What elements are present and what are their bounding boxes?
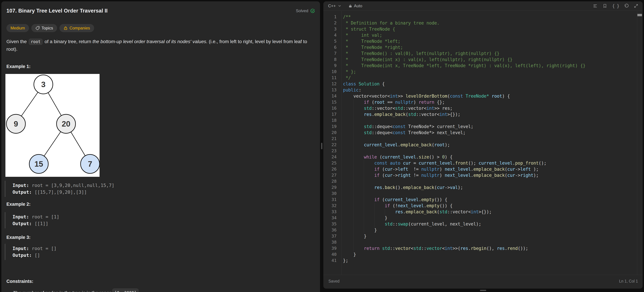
constraint-text: The number of nodes in the tree is in th… <box>13 289 112 292</box>
example-2-io-block: Input: root = [1]Output: [[1]] <box>5 212 59 228</box>
topics-button[interactable]: Topics <box>31 24 57 32</box>
input-label: Input: <box>12 183 29 188</box>
output-label: Output: <box>12 190 32 195</box>
constraint-range-chip: [0, 2000] <box>112 289 138 292</box>
editor-statusbar: Saved Ln 1, Col 1 <box>323 275 643 289</box>
output-value: [] <box>32 253 40 258</box>
editor-header: C++ Auto <box>323 1 643 11</box>
page-title: 107. Binary Tree Level Order Traversal I… <box>6 8 108 14</box>
input-label: Input: <box>12 214 29 219</box>
tag-icon <box>36 26 40 30</box>
input-value: root = [3,9,20,null,null,15,7] <box>29 183 114 188</box>
lock-icon <box>64 26 68 30</box>
constraints-heading: Constraints: <box>6 279 33 284</box>
page: 107. Binary Tree Level Order Traversal I… <box>0 0 644 292</box>
svg-text:9: 9 <box>14 119 18 128</box>
output-label: Output: <box>12 253 32 258</box>
difficulty-badge[interactable]: Medium <box>6 24 29 32</box>
bookmark-button[interactable] <box>603 4 607 8</box>
example-1-io-block: Input: root = [3,9,20,null,null,15,7]Out… <box>5 181 114 197</box>
companies-label: Companies <box>70 26 90 30</box>
language-selector[interactable]: C++ <box>328 3 342 8</box>
desc-text: of a binary tree, return <box>43 39 92 44</box>
problem-description: Given the root of a binary tree, return … <box>6 38 313 53</box>
align-left-icon <box>593 3 598 8</box>
problem-header: 107. Binary Tree Level Order Traversal I… <box>6 8 315 14</box>
svg-text:15: 15 <box>34 160 43 168</box>
input-label: Input: <box>12 246 29 251</box>
svg-text:20: 20 <box>62 119 70 128</box>
constraint-item: • The number of nodes in the tree is in … <box>8 289 139 292</box>
panel-resize-handle[interactable] <box>321 143 322 149</box>
cursor-position: Ln 1, Col 1 <box>619 279 638 284</box>
gutter-separator <box>342 11 342 275</box>
braces-icon: { } <box>612 3 619 8</box>
save-status: Saved <box>328 279 340 284</box>
problem-panel: 107. Binary Tree Level Order Traversal I… <box>1 1 320 292</box>
companies-button[interactable]: Companies <box>60 24 94 32</box>
bookmark-icon <box>603 4 607 8</box>
svg-text:7: 7 <box>88 160 92 168</box>
code-lines[interactable]: /** * Definition for a binary tree node.… <box>343 14 636 264</box>
example-3-io-block: Input: root = []Output: [] <box>5 244 56 260</box>
code-editor[interactable]: 1234567891011121314151617181920212223242… <box>323 11 643 275</box>
svg-text:3: 3 <box>41 80 46 89</box>
solved-check-icon <box>310 9 315 13</box>
example-3-heading: Example 3: <box>6 235 31 240</box>
scrollbar-thumb[interactable] <box>638 14 642 16</box>
solved-status: Solved <box>296 8 315 13</box>
binary-tree-diagram: 3920157 <box>6 74 100 177</box>
desc-text: Given the <box>6 39 28 44</box>
autosave-label: Auto <box>354 3 362 8</box>
output-value: [[1]] <box>32 221 48 226</box>
chevron-down-icon <box>338 4 342 8</box>
example-1-heading: Example 1: <box>6 64 31 69</box>
expand-icon <box>634 4 638 8</box>
braces-button[interactable]: { } <box>612 3 619 8</box>
output-value: [[15,7],[9,20],[3]] <box>32 190 87 195</box>
overview-ruler-separator <box>637 11 637 275</box>
align-left-button[interactable] <box>593 3 598 8</box>
language-label: C++ <box>328 3 336 8</box>
input-value: root = [1] <box>29 214 60 219</box>
topics-label: Topics <box>42 26 53 30</box>
inline-code-chip: root <box>29 39 43 45</box>
lock-icon <box>348 4 352 8</box>
editor-panel: C++ Auto <box>323 1 643 289</box>
autosave-toggle[interactable]: Auto <box>348 3 362 8</box>
solved-label: Solved <box>296 8 308 13</box>
console-resize-handle[interactable] <box>480 290 486 291</box>
desc-italic: the bottom-up level order traversal of i… <box>92 39 208 44</box>
output-label: Output: <box>12 221 32 226</box>
bullet-marker: • <box>8 289 10 292</box>
input-value: root = [] <box>29 246 57 251</box>
badges-row: Medium Topics Companies <box>6 24 94 32</box>
example-1-tree-figure: 3920157 <box>6 74 100 177</box>
expand-button[interactable] <box>634 4 638 8</box>
gutter: 1234567891011121314151617181920212223242… <box>323 14 336 264</box>
example-2-heading: Example 2: <box>6 202 31 207</box>
undo-button[interactable] <box>624 4 629 8</box>
undo-icon <box>624 4 629 8</box>
editor-toolbar: { } <box>593 3 638 8</box>
